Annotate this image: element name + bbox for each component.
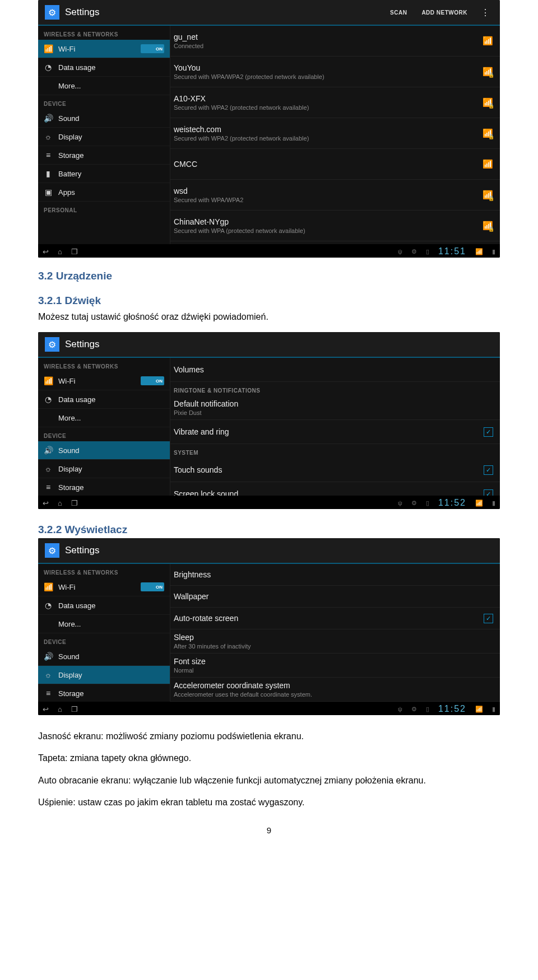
home-icon[interactable]: ⌂ bbox=[58, 248, 62, 256]
setting-auto-rotate[interactable]: Auto-rotate screen✓ bbox=[170, 608, 500, 629]
sidebar-item-storage[interactable]: ≡ Storage bbox=[38, 146, 170, 165]
sidebar-item-display[interactable]: ☼Display bbox=[38, 666, 170, 684]
wifi-network-row[interactable]: YouYouSecured with WPA/WPA2 (protected n… bbox=[170, 57, 500, 87]
section-header: DEVICE bbox=[38, 427, 170, 441]
settings-sidebar: WIRELESS & NETWORKS 📶 Wi-Fi ON ◔Data usa… bbox=[38, 564, 170, 702]
settings-sidebar: WIRELESS & NETWORKS 📶 Wi-Fi ON ◔ Data us… bbox=[38, 26, 170, 244]
lock-icon: 🔒 bbox=[488, 134, 494, 139]
wifi-network-row[interactable]: CMCC📶 bbox=[170, 149, 500, 180]
screenshot-wifi-settings: ⚙ Settings SCAN ADD NETWORK ⋮ WIRELESS &… bbox=[38, 0, 500, 258]
wifi-network-status: Connected bbox=[174, 43, 477, 49]
setting-default-notification[interactable]: Default notificationPixie Dust bbox=[170, 396, 500, 420]
doc-paragraph: Tapeta: zmiana tapety okna głównego. bbox=[38, 752, 500, 764]
setting-volumes[interactable]: Volumes bbox=[170, 358, 500, 382]
wifi-network-row[interactable]: qiyanxinSecured with WPA/WPA2📶🔒 bbox=[170, 241, 500, 244]
setting-brightness[interactable]: Brightness bbox=[170, 564, 500, 586]
wifi-network-name: YouYou bbox=[174, 63, 477, 72]
wifi-signal-icon: 📶 bbox=[483, 159, 493, 169]
sidebar-item-more[interactable]: More... bbox=[38, 77, 170, 95]
sidebar-item-display[interactable]: ☼Display bbox=[38, 460, 170, 478]
battery-status-icon: ▮ bbox=[492, 706, 495, 713]
page-number: 9 bbox=[38, 825, 500, 835]
wifi-network-name: weistech.com bbox=[174, 125, 477, 134]
setting-screen-lock-sound[interactable]: Screen lock sound✓ bbox=[170, 482, 500, 496]
home-icon[interactable]: ⌂ bbox=[58, 499, 62, 507]
recent-apps-icon[interactable]: ❐ bbox=[71, 705, 78, 713]
clock: 11:52 bbox=[438, 498, 466, 508]
storage-icon: ≡ bbox=[44, 689, 53, 698]
debug-icon: ⚙ bbox=[411, 248, 417, 255]
add-network-button[interactable]: ADD NETWORK bbox=[417, 10, 472, 16]
section-header: DEVICE bbox=[38, 633, 170, 647]
wifi-toggle[interactable]: ON bbox=[141, 582, 164, 591]
wifi-status-icon: 📶 bbox=[475, 706, 483, 713]
doc-paragraph: Możesz tutaj ustawić głośność oraz dźwię… bbox=[38, 310, 500, 323]
wifi-network-row[interactable]: A10-XFXSecured with WPA2 (protected netw… bbox=[170, 87, 500, 118]
back-icon[interactable]: ↩ bbox=[43, 248, 49, 256]
home-icon[interactable]: ⌂ bbox=[58, 705, 62, 713]
checkbox-icon[interactable]: ✓ bbox=[484, 427, 493, 437]
setting-touch-sounds[interactable]: Touch sounds✓ bbox=[170, 458, 500, 482]
sidebar-item-more[interactable]: More... bbox=[38, 615, 170, 633]
recent-apps-icon[interactable]: ❐ bbox=[71, 499, 78, 507]
section-header: DEVICE bbox=[38, 95, 170, 109]
sound-settings-list: Volumes RINGTONE & NOTIFICATIONS Default… bbox=[170, 358, 500, 496]
section-header: RINGTONE & NOTIFICATIONS bbox=[170, 382, 500, 396]
sidebar-item-sound[interactable]: 🔊Sound bbox=[38, 441, 170, 460]
sidebar-item-wifi[interactable]: 📶 Wi-Fi ON bbox=[38, 372, 170, 390]
back-icon[interactable]: ↩ bbox=[43, 499, 49, 507]
scan-button[interactable]: SCAN bbox=[386, 10, 411, 16]
sidebar-item-storage[interactable]: ≡Storage bbox=[38, 684, 170, 702]
sidebar-item-storage[interactable]: ≡Storage bbox=[38, 478, 170, 496]
data-usage-icon: ◔ bbox=[44, 601, 53, 610]
section-header: WIRELESS & NETWORKS bbox=[38, 358, 170, 372]
debug-icon: ⚙ bbox=[411, 500, 417, 507]
section-header: PERSONAL bbox=[38, 202, 170, 216]
checkbox-icon[interactable]: ✓ bbox=[484, 465, 493, 475]
wifi-network-row[interactable]: ChinaNet-NYgpSecured with WPA (protected… bbox=[170, 211, 500, 241]
overflow-menu-icon[interactable]: ⋮ bbox=[477, 7, 493, 18]
sd-icon: ▯ bbox=[426, 706, 429, 713]
wifi-network-row[interactable]: wsdSecured with WPA/WPA2📶🔒 bbox=[170, 180, 500, 211]
checkbox-icon[interactable]: ✓ bbox=[484, 614, 493, 623]
wifi-signal-icon: 📶🔒 bbox=[483, 128, 493, 138]
apps-icon: ▣ bbox=[44, 188, 53, 197]
setting-vibrate-and-ring[interactable]: Vibrate and ring✓ bbox=[170, 420, 500, 444]
doc-heading-3-2-1: 3.2.1 Dźwięk bbox=[38, 295, 500, 307]
wifi-icon: 📶 bbox=[44, 582, 53, 591]
doc-paragraph: Jasność ekranu: możliwość zmiany poziomu… bbox=[38, 730, 500, 743]
wifi-toggle[interactable]: ON bbox=[141, 44, 164, 53]
sidebar-item-more[interactable]: More... bbox=[38, 409, 170, 427]
setting-wallpaper[interactable]: Wallpaper bbox=[170, 586, 500, 608]
lock-icon: 🔒 bbox=[488, 226, 494, 232]
wifi-toggle[interactable]: ON bbox=[141, 376, 164, 385]
sound-icon: 🔊 bbox=[44, 446, 53, 455]
sidebar-item-wifi[interactable]: 📶 Wi-Fi ON bbox=[38, 578, 170, 596]
clock: 11:51 bbox=[438, 246, 466, 256]
doc-heading-3-2-2: 3.2.2 Wyświetlacz bbox=[38, 524, 500, 536]
recent-apps-icon[interactable]: ❐ bbox=[71, 248, 78, 256]
sidebar-item-display[interactable]: ☼ Display bbox=[38, 128, 170, 146]
sidebar-item-battery[interactable]: ▮ Battery bbox=[38, 165, 170, 183]
sidebar-item-wifi[interactable]: 📶 Wi-Fi ON bbox=[38, 40, 170, 58]
sidebar-item-data-usage[interactable]: ◔Data usage bbox=[38, 596, 170, 615]
doc-heading-3-2: 3.2 Urządzenie bbox=[38, 270, 500, 282]
sidebar-item-sound[interactable]: 🔊 Sound bbox=[38, 109, 170, 128]
checkbox-icon[interactable]: ✓ bbox=[484, 489, 493, 496]
wifi-network-row[interactable]: weistech.comSecured with WPA2 (protected… bbox=[170, 118, 500, 149]
wifi-status-icon: 📶 bbox=[475, 500, 483, 507]
sidebar-item-data-usage[interactable]: ◔Data usage bbox=[38, 390, 170, 409]
sidebar-item-sound[interactable]: 🔊Sound bbox=[38, 647, 170, 666]
setting-sleep[interactable]: SleepAfter 30 minutes of inactivity bbox=[170, 629, 500, 654]
battery-status-icon: ▮ bbox=[492, 500, 495, 507]
sidebar-item-data-usage[interactable]: ◔ Data usage bbox=[38, 58, 170, 77]
doc-paragraph: Uśpienie: ustaw czas po jakim ekran tabl… bbox=[38, 796, 500, 809]
display-icon: ☼ bbox=[44, 464, 53, 473]
wifi-network-row[interactable]: gu_netConnected📶 bbox=[170, 26, 500, 57]
back-icon[interactable]: ↩ bbox=[43, 705, 49, 713]
setting-font-size[interactable]: Font sizeNormal bbox=[170, 654, 500, 678]
setting-accelerometer[interactable]: Accelerometer coordinate systemAccelerom… bbox=[170, 678, 500, 702]
display-settings-list: Brightness Wallpaper Auto-rotate screen✓… bbox=[170, 564, 500, 702]
sidebar-item-apps[interactable]: ▣ Apps bbox=[38, 183, 170, 202]
data-usage-icon: ◔ bbox=[44, 395, 53, 404]
